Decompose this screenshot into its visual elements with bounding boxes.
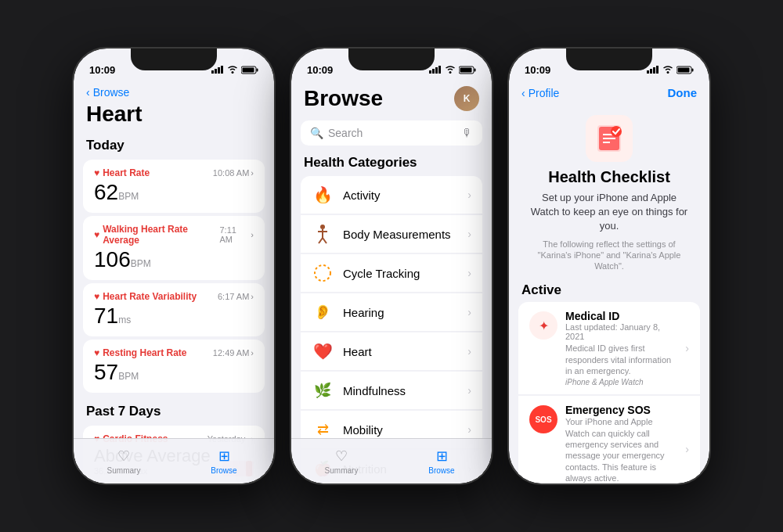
wifi-icon [227, 66, 238, 74]
category-heart[interactable]: ❤️ Heart › [301, 332, 482, 371]
heart-name: Heart [343, 345, 458, 358]
past7-section: Past 7 Days [74, 399, 274, 422]
svg-rect-2 [218, 67, 220, 74]
back-nav[interactable]: ‹ Browse [74, 83, 274, 100]
hrv-time: 6:17 AM › [218, 292, 254, 301]
page-title: Heart [74, 100, 274, 133]
mobility-name: Mobility [343, 423, 458, 437]
today-section: Today [74, 133, 274, 156]
category-hearing[interactable]: 👂 Hearing › [301, 293, 482, 332]
heart-rate-card[interactable]: ♥ Heart Rate 10:08 AM › 62BPM [83, 160, 265, 213]
signal-icon-2 [429, 66, 442, 74]
heart-rate-label: ♥ Heart Rate [94, 167, 150, 178]
status-time: 10:09 [89, 64, 115, 76]
emergency-sos-icon: SOS [529, 405, 557, 433]
mobility-chevron: › [467, 423, 471, 436]
user-avatar[interactable]: K [454, 86, 479, 111]
browse-header: Browse K [291, 83, 492, 117]
bottom-tabs: ♡ Summary ⊞ Browse [74, 438, 274, 483]
mindfulness-chevron: › [467, 384, 471, 397]
active-section-title: Active [509, 279, 709, 301]
phone-notch [131, 49, 217, 70]
cycle-icon [312, 262, 334, 284]
heart-icon-red: ♥ [94, 167, 99, 178]
heart-cat-icon: ❤️ [312, 340, 334, 362]
phone-screen-2: 10:09 Browse K 🔍 Search 🎙 Health Categor… [291, 49, 492, 483]
svg-line-19 [319, 238, 323, 243]
phone-screen: 10:09 ‹ Browse Heart Today ♥ [74, 49, 274, 483]
svg-rect-0 [211, 70, 214, 74]
tab-browse-2[interactable]: ⊞ Browse [392, 439, 492, 483]
category-list: 🔥 Activity › Body Measurements › Cycle T… [291, 175, 492, 483]
medical-id-item[interactable]: ✦ Medical ID Last updated: January 8, 20… [518, 302, 700, 395]
emergency-sos-content: Emergency SOS Your iPhone and Apple Watc… [565, 404, 677, 483]
resting-hr-value: 57BPM [94, 360, 254, 385]
tab-browse[interactable]: ⊞ Browse [174, 439, 274, 483]
resting-hr-time: 12:49 AM › [213, 348, 254, 358]
category-body[interactable]: Body Measurements › [301, 215, 482, 253]
tab-summary-2[interactable]: ♡ Summary [291, 439, 392, 483]
walking-hr-card[interactable]: ♥ Walking Heart Rate Average 7:11 AM › 1… [83, 216, 265, 280]
walking-hr-time: 7:11 AM › [220, 225, 254, 244]
search-bar[interactable]: 🔍 Search 🎙 [301, 120, 482, 146]
phones-container: 10:09 ‹ Browse Heart Today ♥ [56, 31, 727, 501]
category-cycle[interactable]: Cycle Tracking › [301, 254, 482, 293]
resting-hr-label: ♥ Resting Heart Rate [94, 347, 187, 358]
signal-icon [211, 66, 224, 74]
categories-title: Health Categories [291, 152, 492, 175]
chevron-left-icon-2: ‹ [521, 87, 525, 99]
svg-rect-25 [656, 66, 659, 74]
browse-tab-label-2: Browse [428, 466, 454, 475]
svg-rect-22 [647, 70, 649, 74]
search-icon: 🔍 [310, 127, 323, 139]
heart-icon-red3: ♥ [94, 291, 99, 302]
walking-hr-label: ♥ Walking Heart Rate Average [94, 224, 220, 246]
mindfulness-icon: 🌿 [312, 379, 334, 401]
activity-icon: 🔥 [312, 184, 334, 206]
checklist-title: Health Checklist [509, 168, 709, 191]
battery-icon-2 [459, 66, 476, 74]
body-chevron: › [467, 228, 471, 240]
svg-rect-15 [460, 67, 472, 72]
chevron-left-icon: ‹ [86, 86, 90, 99]
heart-chevron: › [467, 345, 471, 358]
chevron-icon2: › [251, 230, 254, 239]
summary-tab-icon-2: ♡ [335, 448, 348, 465]
hearing-chevron: › [467, 306, 471, 318]
category-mindfulness[interactable]: 🌿 Mindfulness › [301, 372, 482, 410]
activity-chevron: › [467, 189, 471, 201]
cycle-name: Cycle Tracking [343, 267, 458, 280]
tab-summary[interactable]: ♡ Summary [74, 439, 174, 483]
body-name: Body Measurements [343, 228, 458, 241]
medical-id-title: Medical ID [565, 310, 677, 322]
svg-rect-1 [215, 69, 217, 74]
browse-title: Browse [304, 86, 383, 111]
cycle-tracking-icon [313, 264, 332, 282]
mobility-icon: ⇄ [312, 419, 334, 440]
heart-icon-red4: ♥ [94, 347, 99, 358]
hearing-name: Hearing [343, 306, 458, 319]
svg-point-16 [320, 225, 325, 229]
profile-back-label[interactable]: Profile [529, 87, 560, 99]
status-icons-2 [429, 66, 476, 74]
done-button[interactable]: Done [668, 86, 698, 99]
profile-back-button[interactable]: ‹ Profile [521, 87, 559, 99]
emergency-sos-item[interactable]: SOS Emergency SOS Your iPhone and Apple … [518, 396, 700, 483]
category-activity[interactable]: 🔥 Activity › [301, 176, 482, 214]
phone-notch-3 [566, 49, 652, 70]
svg-point-26 [667, 71, 669, 74]
hrv-card[interactable]: ♥ Heart Rate Variability 6:17 AM › 71ms [83, 283, 265, 336]
checklist-svg-icon [594, 124, 624, 153]
body-icon [312, 223, 334, 245]
browse-tab-label: Browse [211, 466, 236, 475]
checklist-icon-area [509, 106, 709, 168]
heart-rate-value: 62BPM [94, 180, 254, 205]
chevron-icon4: › [251, 348, 254, 358]
heart-content: ‹ Browse Heart Today ♥ Heart Rate 10:08 … [74, 83, 274, 483]
back-label[interactable]: Browse [93, 86, 130, 99]
resting-hr-card[interactable]: ♥ Resting Heart Rate 12:49 AM › 57BPM [83, 340, 265, 393]
activity-name: Activity [343, 189, 458, 202]
summary-tab-label-2: Summary [325, 466, 359, 475]
hrv-label: ♥ Heart Rate Variability [94, 291, 197, 302]
status-time-2: 10:09 [307, 64, 333, 76]
